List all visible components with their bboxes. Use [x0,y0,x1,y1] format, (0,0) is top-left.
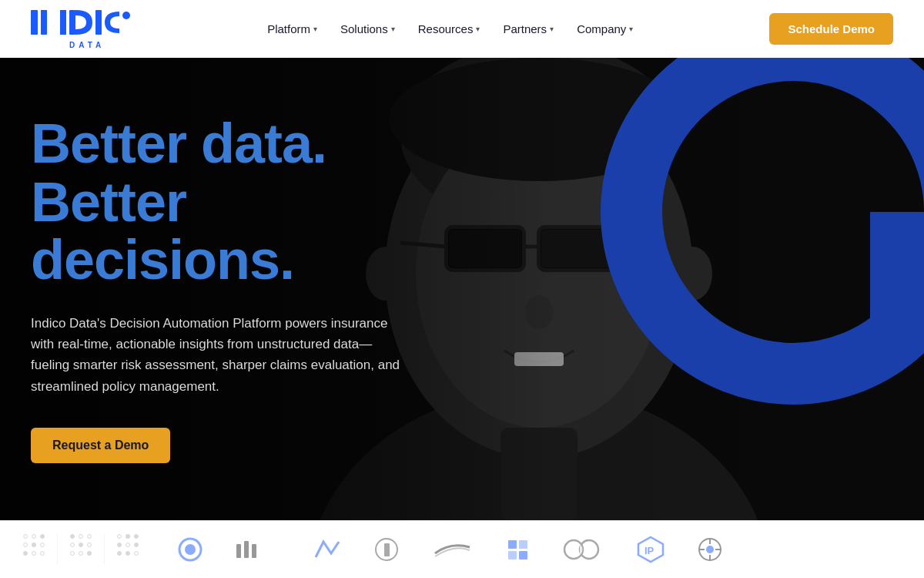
partner-logo-8: IP [635,536,666,563]
svg-rect-28 [236,544,241,558]
svg-point-6 [122,12,130,19]
logo[interactable]: DATA [31,8,131,50]
request-demo-button[interactable]: Request a Demo [31,428,170,463]
nav-item-solutions[interactable]: Solutions ▾ [340,22,395,35]
chevron-down-icon: ▾ [550,25,554,33]
svg-rect-4 [69,10,75,35]
nav-item-company[interactable]: Company ▾ [577,22,633,35]
partner-logo-1 [177,536,204,563]
schedule-demo-button[interactable]: Schedule Demo [769,13,893,45]
hero-rect-decoration [870,212,924,335]
company-logos: IP [177,536,724,563]
chevron-down-icon: ▾ [629,25,633,33]
nav-item-platform[interactable]: Platform ▾ [267,22,317,35]
svg-rect-0 [31,10,38,35]
partner-logo-7 [562,538,604,561]
partner-logo-2 [235,538,281,561]
partner-logo-9 [697,536,724,563]
svg-rect-5 [95,10,102,35]
hero-content: Better data. Better decisions. Indico Da… [0,58,447,520]
hero-subtext: Indico Data's Decision Automation Platfo… [31,313,408,397]
nav-menu: Platform ▾ Solutions ▾ Resources ▾ Partn… [267,22,633,35]
pattern-dots-1 [23,534,139,565]
svg-point-42 [706,546,714,553]
svg-rect-3 [60,10,66,35]
hero-section: Better data. Better decisions. Indico Da… [0,58,924,520]
svg-rect-30 [252,544,256,558]
chevron-down-icon: ▾ [476,25,480,33]
svg-rect-29 [244,541,249,558]
nav-item-partners[interactable]: Partners ▾ [503,22,554,35]
partner-logo-5 [431,538,474,561]
navigation: DATA Platform ▾ Solutions ▾ Resources ▾ [0,0,924,58]
nav-item-resources[interactable]: Resources ▾ [418,22,480,35]
svg-rect-32 [384,543,390,556]
partner-logo-4 [373,536,400,563]
svg-rect-33 [508,540,517,549]
svg-rect-35 [508,551,517,560]
hero-headline-line2: Better decisions. [31,171,294,291]
hero-headline-line1: Better data. [31,113,326,174]
hero-headline: Better data. Better decisions. [31,115,416,290]
chevron-down-icon: ▾ [391,25,395,33]
partner-logo-6 [504,536,531,563]
partner-logos-strip: IP [0,520,924,578]
logo-svg: DATA [31,8,131,50]
svg-rect-36 [519,551,527,560]
svg-text:IP: IP [644,545,654,556]
svg-point-27 [185,544,196,555]
svg-text:DATA: DATA [69,41,105,49]
chevron-down-icon: ▾ [313,25,317,33]
svg-rect-34 [519,540,527,549]
partner-logo-3 [312,538,343,561]
